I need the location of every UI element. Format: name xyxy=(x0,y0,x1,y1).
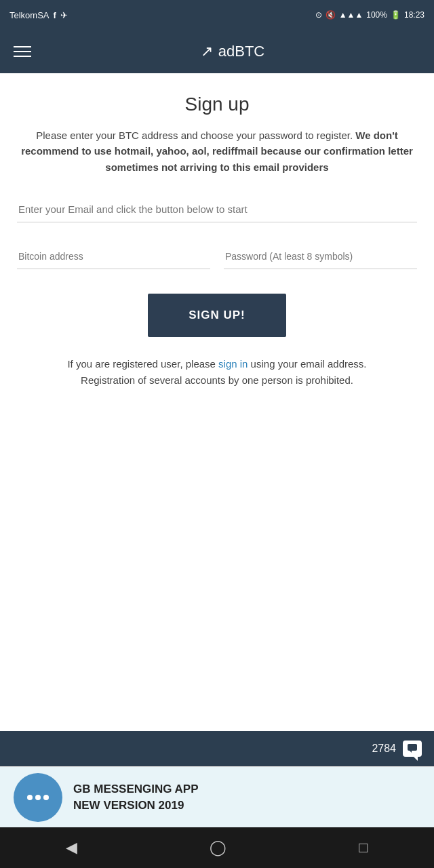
hamburger-menu-button[interactable] xyxy=(14,46,31,57)
home-button[interactable]: ◯ xyxy=(196,832,240,863)
page-title: Sign up xyxy=(185,94,250,115)
signin-link[interactable]: sign in xyxy=(218,358,248,370)
recent-apps-button[interactable]: □ xyxy=(345,832,381,863)
signin-note: If you are registered user, please sign … xyxy=(41,356,393,389)
svg-marker-1 xyxy=(410,751,412,753)
ad-title: GB MESSENGING APP xyxy=(73,781,199,797)
network-icon: ▲▲▲ xyxy=(339,10,363,20)
bottom-nav: ◀ ◯ □ xyxy=(0,827,434,868)
svg-rect-0 xyxy=(408,744,417,751)
description-normal-text: Please enter your BTC address and choose… xyxy=(36,130,355,141)
signup-button[interactable]: SIGN UP! xyxy=(148,294,286,337)
carrier-name: TelkomSA xyxy=(9,10,50,20)
ad-subtitle: NEW VERSION 2019 xyxy=(73,797,199,814)
status-carrier: TelkomSA f ✈ xyxy=(9,10,68,20)
credentials-row xyxy=(17,244,417,269)
email-field-wrapper xyxy=(17,197,417,222)
bitcoin-field-wrapper xyxy=(17,244,210,269)
battery-icon: 🔋 xyxy=(391,10,401,20)
ad-bubble-icon xyxy=(14,773,62,822)
signin-note-prefix: If you are registered user, please xyxy=(67,358,218,370)
navbar: ↗ adBTC xyxy=(0,30,434,73)
signup-form: SIGN UP! If you are registered user, ple… xyxy=(17,197,417,389)
time: 18:23 xyxy=(404,10,425,20)
password-field-wrapper xyxy=(224,244,417,269)
bitcoin-address-input[interactable] xyxy=(17,244,210,269)
logo-arrow-icon: ↗ xyxy=(201,43,213,60)
email-input[interactable] xyxy=(17,197,417,222)
status-right: ⊙ 🔇 ▲▲▲ 100% 🔋 18:23 xyxy=(315,10,425,20)
app-logo: ↗ adBTC xyxy=(45,43,420,60)
password-input[interactable] xyxy=(224,244,417,269)
signup-description: Please enter your BTC address and choose… xyxy=(20,127,414,175)
facebook-icon: f xyxy=(54,10,56,20)
signal-icon: ⊙ xyxy=(315,10,322,20)
mute-icon: 🔇 xyxy=(326,10,336,20)
main-content: Sign up Please enter your BTC address an… xyxy=(0,73,434,731)
ad-text: GB MESSENGING APP NEW VERSION 2019 xyxy=(73,781,199,814)
footer-bar: 2784 xyxy=(0,731,434,766)
back-button[interactable]: ◀ xyxy=(52,832,91,863)
telegram-icon: ✈ xyxy=(60,10,68,20)
ad-banner: GB MESSENGING APP NEW VERSION 2019 xyxy=(0,766,434,827)
status-bar: TelkomSA f ✈ ⊙ 🔇 ▲▲▲ 100% 🔋 18:23 xyxy=(0,0,434,30)
app-name: adBTC xyxy=(218,43,264,60)
chat-count: 2784 xyxy=(372,743,396,755)
battery-level: 100% xyxy=(366,10,387,20)
chat-icon[interactable] xyxy=(403,741,422,757)
